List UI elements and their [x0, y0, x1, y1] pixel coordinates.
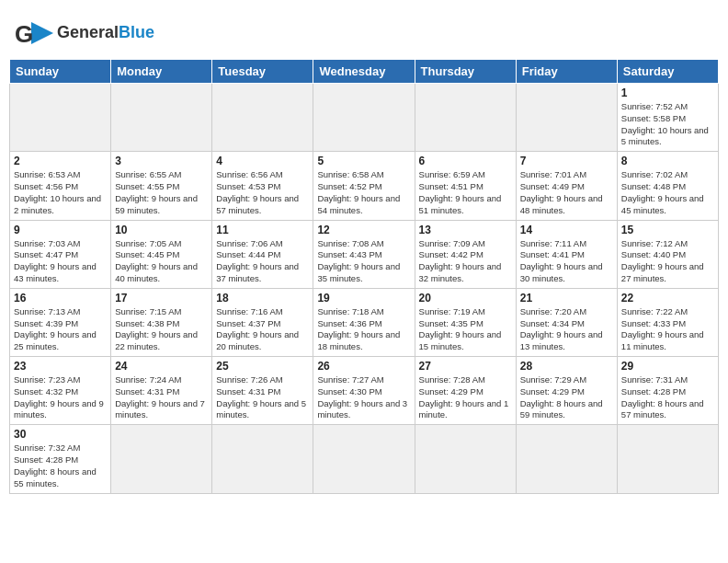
calendar-cell: 25Sunrise: 7:26 AM Sunset: 4:31 PM Dayli… [212, 357, 313, 425]
calendar-cell [415, 84, 516, 152]
day-number: 27 [419, 360, 512, 373]
header: G GeneralBlue [9, 9, 719, 53]
day-info: Sunrise: 7:26 AM Sunset: 4:31 PM Dayligh… [216, 374, 309, 421]
day-info: Sunrise: 7:27 AM Sunset: 4:30 PM Dayligh… [317, 374, 410, 421]
calendar-cell [313, 84, 415, 152]
day-number: 9 [14, 224, 107, 236]
day-number: 11 [216, 224, 309, 236]
calendar-cell: 8Sunrise: 7:02 AM Sunset: 4:48 PM Daylig… [617, 152, 718, 220]
calendar-cell: 10Sunrise: 7:05 AM Sunset: 4:45 PM Dayli… [111, 220, 212, 288]
day-info: Sunrise: 7:03 AM Sunset: 4:47 PM Dayligh… [14, 238, 107, 285]
calendar-week-row: 30Sunrise: 7:32 AM Sunset: 4:28 PM Dayli… [10, 425, 719, 493]
day-number: 22 [621, 292, 714, 304]
calendar-cell: 5Sunrise: 6:58 AM Sunset: 4:52 PM Daylig… [313, 152, 415, 220]
day-info: Sunrise: 7:19 AM Sunset: 4:35 PM Dayligh… [419, 306, 512, 353]
weekday-header-sunday: Sunday [10, 60, 111, 84]
calendar-cell: 14Sunrise: 7:11 AM Sunset: 4:41 PM Dayli… [516, 220, 617, 288]
calendar-cell: 11Sunrise: 7:06 AM Sunset: 4:44 PM Dayli… [212, 220, 313, 288]
day-info: Sunrise: 6:53 AM Sunset: 4:56 PM Dayligh… [14, 169, 107, 216]
day-number: 7 [520, 155, 613, 167]
day-info: Sunrise: 7:52 AM Sunset: 5:58 PM Dayligh… [621, 101, 714, 148]
day-number: 23 [14, 360, 107, 373]
day-number: 19 [317, 292, 410, 304]
day-number: 24 [115, 360, 208, 373]
day-number: 20 [419, 292, 512, 304]
day-info: Sunrise: 7:16 AM Sunset: 4:37 PM Dayligh… [216, 306, 309, 353]
day-number: 25 [216, 360, 309, 373]
calendar-week-row: 16Sunrise: 7:13 AM Sunset: 4:39 PM Dayli… [10, 288, 719, 356]
calendar-cell: 18Sunrise: 7:16 AM Sunset: 4:37 PM Dayli… [212, 288, 313, 356]
calendar-cell [516, 84, 617, 152]
day-number: 17 [115, 292, 208, 304]
calendar-cell [111, 84, 212, 152]
calendar-cell [415, 425, 516, 493]
day-number: 12 [317, 224, 410, 236]
svg-text:G: G [15, 20, 33, 48]
day-number: 28 [520, 360, 613, 373]
calendar-table: SundayMondayTuesdayWednesdayThursdayFrid… [9, 59, 719, 494]
calendar-cell: 19Sunrise: 7:18 AM Sunset: 4:36 PM Dayli… [313, 288, 415, 356]
weekday-header-thursday: Thursday [415, 60, 516, 84]
day-info: Sunrise: 7:08 AM Sunset: 4:43 PM Dayligh… [317, 238, 410, 285]
day-number: 29 [621, 360, 714, 373]
day-info: Sunrise: 7:28 AM Sunset: 4:29 PM Dayligh… [419, 374, 512, 421]
day-number: 14 [520, 224, 613, 236]
calendar-cell: 12Sunrise: 7:08 AM Sunset: 4:43 PM Dayli… [313, 220, 415, 288]
day-info: Sunrise: 7:06 AM Sunset: 4:44 PM Dayligh… [216, 238, 309, 285]
day-number: 26 [317, 360, 410, 373]
day-number: 5 [317, 155, 410, 167]
calendar-cell: 17Sunrise: 7:15 AM Sunset: 4:38 PM Dayli… [111, 288, 212, 356]
calendar-week-row: 23Sunrise: 7:23 AM Sunset: 4:32 PM Dayli… [10, 357, 719, 425]
calendar-cell: 3Sunrise: 6:55 AM Sunset: 4:55 PM Daylig… [111, 152, 212, 220]
day-number: 15 [621, 224, 714, 236]
weekday-header-wednesday: Wednesday [313, 60, 415, 84]
calendar-cell: 6Sunrise: 6:59 AM Sunset: 4:51 PM Daylig… [415, 152, 516, 220]
calendar-cell: 20Sunrise: 7:19 AM Sunset: 4:35 PM Dayli… [415, 288, 516, 356]
calendar-cell: 15Sunrise: 7:12 AM Sunset: 4:40 PM Dayli… [617, 220, 718, 288]
day-number: 18 [216, 292, 309, 304]
calendar-cell: 21Sunrise: 7:20 AM Sunset: 4:34 PM Dayli… [516, 288, 617, 356]
calendar-week-row: 1Sunrise: 7:52 AM Sunset: 5:58 PM Daylig… [10, 84, 719, 152]
calendar-cell: 4Sunrise: 6:56 AM Sunset: 4:53 PM Daylig… [212, 152, 313, 220]
day-info: Sunrise: 7:24 AM Sunset: 4:31 PM Dayligh… [115, 374, 208, 421]
calendar-cell [516, 425, 617, 493]
day-info: Sunrise: 6:59 AM Sunset: 4:51 PM Dayligh… [419, 169, 512, 216]
calendar-cell [212, 425, 313, 493]
calendar-cell: 23Sunrise: 7:23 AM Sunset: 4:32 PM Dayli… [10, 357, 111, 425]
calendar-cell: 27Sunrise: 7:28 AM Sunset: 4:29 PM Dayli… [415, 357, 516, 425]
calendar-cell: 16Sunrise: 7:13 AM Sunset: 4:39 PM Dayli… [10, 288, 111, 356]
day-info: Sunrise: 6:58 AM Sunset: 4:52 PM Dayligh… [317, 169, 410, 216]
calendar-cell: 28Sunrise: 7:29 AM Sunset: 4:29 PM Dayli… [516, 357, 617, 425]
day-number: 16 [14, 292, 107, 304]
day-info: Sunrise: 7:22 AM Sunset: 4:33 PM Dayligh… [621, 306, 714, 353]
day-info: Sunrise: 7:18 AM Sunset: 4:36 PM Dayligh… [317, 306, 410, 353]
day-number: 3 [115, 155, 208, 167]
calendar-cell: 24Sunrise: 7:24 AM Sunset: 4:31 PM Dayli… [111, 357, 212, 425]
calendar-cell: 26Sunrise: 7:27 AM Sunset: 4:30 PM Dayli… [313, 357, 415, 425]
calendar-cell [111, 425, 212, 493]
day-info: Sunrise: 7:09 AM Sunset: 4:42 PM Dayligh… [419, 238, 512, 285]
logo: G GeneralBlue [13, 17, 154, 50]
day-info: Sunrise: 7:13 AM Sunset: 4:39 PM Dayligh… [14, 306, 107, 353]
day-number: 6 [419, 155, 512, 167]
weekday-header-monday: Monday [111, 60, 212, 84]
logo-wordmark: GeneralBlue [57, 24, 154, 42]
day-info: Sunrise: 7:32 AM Sunset: 4:28 PM Dayligh… [14, 442, 107, 489]
calendar-week-row: 9Sunrise: 7:03 AM Sunset: 4:47 PM Daylig… [10, 220, 719, 288]
calendar-cell [313, 425, 415, 493]
calendar-cell [617, 425, 718, 493]
day-info: Sunrise: 6:55 AM Sunset: 4:55 PM Dayligh… [115, 169, 208, 216]
day-info: Sunrise: 7:02 AM Sunset: 4:48 PM Dayligh… [621, 169, 714, 216]
day-info: Sunrise: 7:31 AM Sunset: 4:28 PM Dayligh… [621, 374, 714, 421]
calendar-week-row: 2Sunrise: 6:53 AM Sunset: 4:56 PM Daylig… [10, 152, 719, 220]
day-number: 30 [14, 428, 107, 441]
day-number: 1 [621, 86, 714, 99]
calendar-cell [212, 84, 313, 152]
logo-icon: G [13, 17, 53, 50]
day-info: Sunrise: 7:11 AM Sunset: 4:41 PM Dayligh… [520, 238, 613, 285]
calendar-cell: 29Sunrise: 7:31 AM Sunset: 4:28 PM Dayli… [617, 357, 718, 425]
day-info: Sunrise: 7:15 AM Sunset: 4:38 PM Dayligh… [115, 306, 208, 353]
day-number: 2 [14, 155, 107, 167]
calendar-header-row: SundayMondayTuesdayWednesdayThursdayFrid… [10, 60, 719, 84]
calendar-cell: 22Sunrise: 7:22 AM Sunset: 4:33 PM Dayli… [617, 288, 718, 356]
